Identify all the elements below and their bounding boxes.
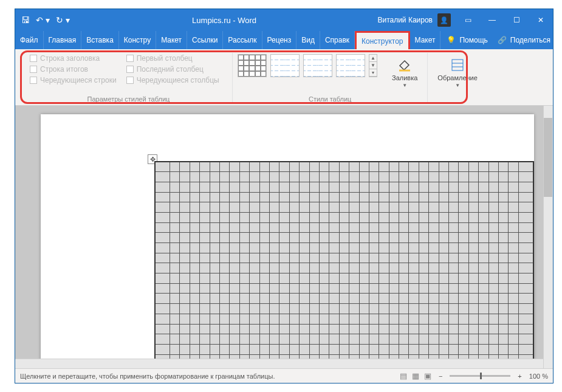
borders-label: Обрамление <box>437 74 478 81</box>
avatar[interactable]: 👤 <box>437 13 451 27</box>
group-table-styles: ▲▼▾ Заливка ▼ Стили таблиц <box>233 53 428 103</box>
chevron-down-icon: ▼ <box>455 83 460 88</box>
tab-design[interactable]: Констру <box>119 31 156 49</box>
scrollbar-vertical[interactable] <box>543 106 553 368</box>
tab-home[interactable]: Главная <box>44 31 82 49</box>
group-label-styles: Стили таблиц <box>238 94 422 103</box>
svg-rect-0 <box>452 60 463 70</box>
share-label[interactable]: Поделиться <box>510 36 550 44</box>
tab-insert[interactable]: Вставка <box>81 31 119 49</box>
borders-icon <box>450 57 465 73</box>
group-borders: Обрамление ▼ <box>428 53 487 103</box>
scroll-down-icon[interactable]: ▼ <box>369 62 377 69</box>
style-thumb-1[interactable] <box>238 54 267 77</box>
user-name: Виталий Каиров <box>377 16 433 24</box>
tab-help[interactable]: Справк <box>320 31 355 49</box>
minimize-icon[interactable]: — <box>480 9 504 31</box>
chk-banded-cols[interactable]: Чередующиеся столбцы <box>126 76 219 84</box>
scrollbar-horizontal[interactable] <box>15 359 543 368</box>
share-icon[interactable]: 🔗 <box>498 36 507 44</box>
scroll-thumb[interactable] <box>544 118 552 197</box>
quick-access-toolbar: 🖫 ↶ ▾ ↻ ▾ <box>15 15 76 25</box>
chk-banded-rows[interactable]: Чередующиеся строки <box>30 76 117 84</box>
maximize-icon[interactable]: ☐ <box>504 9 529 31</box>
tab-right-area: 💡 Помощь 🔗 Поделиться <box>440 31 557 49</box>
fill-label: Заливка <box>392 74 417 81</box>
undo-icon[interactable]: ↶ ▾ <box>36 15 50 25</box>
window-controls: ▭ — ☐ ✕ <box>456 9 553 31</box>
checkbox-col-1: Строка заголовка Строка итогов Чередующи… <box>30 53 117 84</box>
tab-references[interactable]: Ссылки <box>187 31 223 49</box>
page: ✥ <box>41 114 534 368</box>
style-thumb-2[interactable] <box>270 54 300 77</box>
checkbox-col-2: Первый столбец Последний столбец Чередую… <box>126 53 219 84</box>
bucket-icon <box>397 57 413 73</box>
chk-last-col[interactable]: Последний столбец <box>126 65 219 74</box>
ribbon-tabs: Файл Главная Вставка Констру Макет Ссылк… <box>15 31 553 49</box>
web-layout-icon[interactable]: ▣ <box>424 371 431 380</box>
save-icon[interactable]: 🖫 <box>21 15 30 25</box>
chk-header-row[interactable]: Строка заголовка <box>30 54 117 63</box>
zoom-in-button[interactable]: + <box>518 373 521 380</box>
statusbar: Щелкните и перетащите, чтобы применить ф… <box>15 368 553 383</box>
titlebar: 🖫 ↶ ▾ ↻ ▾ Lumpics.ru - Word Виталий Каир… <box>15 9 553 31</box>
chk-first-col[interactable]: Первый столбец <box>126 54 219 63</box>
borders-button[interactable]: Обрамление ▼ <box>433 53 482 92</box>
document-area[interactable]: ✥ <box>15 106 553 368</box>
tab-view[interactable]: Вид <box>296 31 320 49</box>
tab-layout[interactable]: Макет <box>156 31 187 49</box>
ribbon: Строка заголовка Строка итогов Чередующи… <box>15 49 553 106</box>
zoom-slider[interactable] <box>450 375 510 377</box>
style-gallery[interactable]: ▲▼▾ <box>238 53 377 77</box>
ribbon-options-icon[interactable]: ▭ <box>456 9 480 31</box>
scroll-up-icon[interactable]: ▲ <box>369 55 377 62</box>
scroll-more-icon[interactable]: ▾ <box>369 69 377 77</box>
help-icon[interactable]: 💡 <box>447 36 456 44</box>
tab-table-design[interactable]: Конструктор <box>355 31 410 49</box>
style-thumb-4[interactable] <box>336 54 365 77</box>
status-message: Щелкните и перетащите, чтобы применить ф… <box>20 373 392 380</box>
read-mode-icon[interactable]: ▤ <box>400 371 407 380</box>
window-title: Lumpics.ru - Word <box>76 16 373 25</box>
document-table[interactable] <box>154 161 534 368</box>
zoom-value[interactable]: 100 % <box>529 373 548 380</box>
tab-mailings[interactable]: Рассылк <box>223 31 262 49</box>
tab-table-layout[interactable]: Макет <box>410 31 441 49</box>
tab-file[interactable]: Файл <box>15 31 44 49</box>
redo-icon[interactable]: ↻ ▾ <box>56 15 70 25</box>
fill-button[interactable]: Заливка ▼ <box>387 53 422 92</box>
help-label[interactable]: Помощь <box>459 36 487 44</box>
tab-review[interactable]: Реценз <box>262 31 297 49</box>
view-buttons: ▤ ▦ ▣ <box>400 371 431 380</box>
style-gallery-scroll[interactable]: ▲▼▾ <box>369 54 377 77</box>
zoom-out-button[interactable]: − <box>439 373 442 380</box>
chk-total-row[interactable]: Строка итогов <box>30 65 117 74</box>
chevron-down-icon: ▼ <box>402 83 407 88</box>
app-window: 🖫 ↶ ▾ ↻ ▾ Lumpics.ru - Word Виталий Каир… <box>15 9 553 383</box>
print-layout-icon[interactable]: ▦ <box>412 371 419 380</box>
style-thumb-3[interactable] <box>303 54 332 77</box>
group-table-style-options: Строка заголовка Строка итогов Чередующи… <box>25 53 233 103</box>
close-icon[interactable]: ✕ <box>529 9 553 31</box>
user-area[interactable]: Виталий Каиров 👤 <box>372 13 456 27</box>
group-label-options: Параметры стилей таблиц <box>30 94 227 103</box>
